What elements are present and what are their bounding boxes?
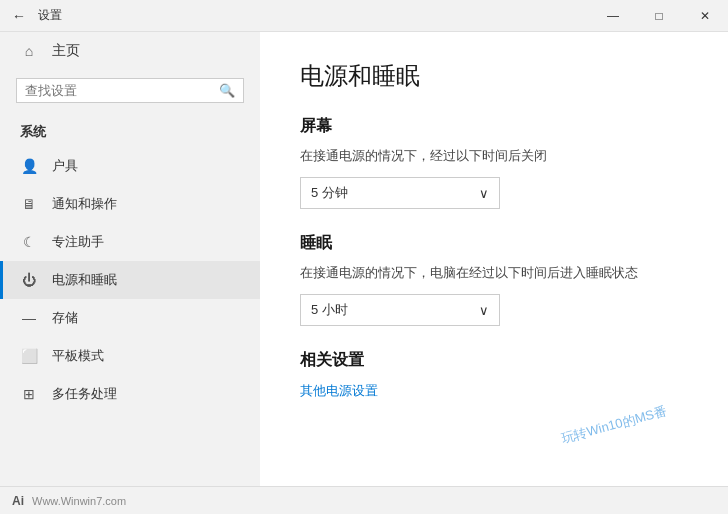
related-settings: 相关设置 其他电源设置 <box>300 350 688 400</box>
screen-dropdown-arrow: ∨ <box>479 186 489 201</box>
maximize-button[interactable]: □ <box>636 0 682 32</box>
title-text: 设置 <box>38 7 62 24</box>
bottom-bar: Ai Www.Winwin7.com <box>0 486 728 514</box>
search-input[interactable] <box>25 83 219 98</box>
related-section-title: 相关设置 <box>300 350 688 371</box>
screen-dropdown-value: 5 分钟 <box>311 184 348 202</box>
screen-section-title: 屏幕 <box>300 116 688 137</box>
sleep-section-title: 睡眠 <box>300 233 688 254</box>
focus-label: 专注助手 <box>52 233 104 251</box>
sidebar-item-multitask[interactable]: ⊞ 多任务处理 <box>0 375 260 413</box>
storage-icon: — <box>20 309 38 327</box>
home-label: 主页 <box>52 42 80 60</box>
sidebar-home-item[interactable]: ⌂ 主页 <box>0 32 260 70</box>
sidebar-item-focus[interactable]: ☾ 专注助手 <box>0 223 260 261</box>
title-bar-left: ← 设置 <box>12 7 62 24</box>
screen-dropdown[interactable]: 5 分钟 ∨ <box>300 177 500 209</box>
account-label: 户具 <box>52 157 78 175</box>
sidebar-item-notification[interactable]: 🖥 通知和操作 <box>0 185 260 223</box>
power-label: 电源和睡眠 <box>52 271 117 289</box>
sleep-dropdown-value: 5 小时 <box>311 301 348 319</box>
sleep-desc: 在接通电源的情况下，电脑在经过以下时间后进入睡眠状态 <box>300 264 688 282</box>
sidebar-item-storage[interactable]: — 存储 <box>0 299 260 337</box>
sidebar: ⌂ 主页 🔍 系统 👤 户具 🖥 通知和操作 ☾ 专注助手 ⏻ 电源和睡眠 — <box>0 32 260 514</box>
tablet-label: 平板模式 <box>52 347 104 365</box>
site-label: Www.Winwin7.com <box>32 495 126 507</box>
minimize-button[interactable]: — <box>590 0 636 32</box>
sidebar-section-label: 系统 <box>0 111 260 147</box>
search-icon: 🔍 <box>219 83 235 98</box>
multitask-icon: ⊞ <box>20 385 38 403</box>
sleep-dropdown-arrow: ∨ <box>479 303 489 318</box>
notification-icon: 🖥 <box>20 195 38 213</box>
app-body: ⌂ 主页 🔍 系统 👤 户具 🖥 通知和操作 ☾ 专注助手 ⏻ 电源和睡眠 — <box>0 32 728 514</box>
notification-label: 通知和操作 <box>52 195 117 213</box>
sidebar-item-account[interactable]: 👤 户具 <box>0 147 260 185</box>
power-icon: ⏻ <box>20 271 38 289</box>
account-icon: 👤 <box>20 157 38 175</box>
watermark: 玩转Win10的MS番 <box>559 402 668 447</box>
tablet-icon: ⬜ <box>20 347 38 365</box>
storage-label: 存储 <box>52 309 78 327</box>
close-button[interactable]: ✕ <box>682 0 728 32</box>
focus-icon: ☾ <box>20 233 38 251</box>
title-bar: ← 设置 — □ ✕ <box>0 0 728 32</box>
sidebar-item-power[interactable]: ⏻ 电源和睡眠 <box>0 261 260 299</box>
search-box[interactable]: 🔍 <box>16 78 244 103</box>
multitask-label: 多任务处理 <box>52 385 117 403</box>
sidebar-item-tablet[interactable]: ⬜ 平板模式 <box>0 337 260 375</box>
back-icon[interactable]: ← <box>12 8 26 24</box>
content-area: 电源和睡眠 屏幕 在接通电源的情况下，经过以下时间后关闭 5 分钟 ∨ 睡眠 在… <box>260 32 728 514</box>
screen-desc: 在接通电源的情况下，经过以下时间后关闭 <box>300 147 688 165</box>
other-power-settings-link[interactable]: 其他电源设置 <box>300 383 378 398</box>
home-icon: ⌂ <box>20 42 38 60</box>
page-title: 电源和睡眠 <box>300 60 688 92</box>
sleep-dropdown[interactable]: 5 小时 ∨ <box>300 294 500 326</box>
title-controls: — □ ✕ <box>590 0 728 32</box>
ai-label: Ai <box>12 494 24 508</box>
